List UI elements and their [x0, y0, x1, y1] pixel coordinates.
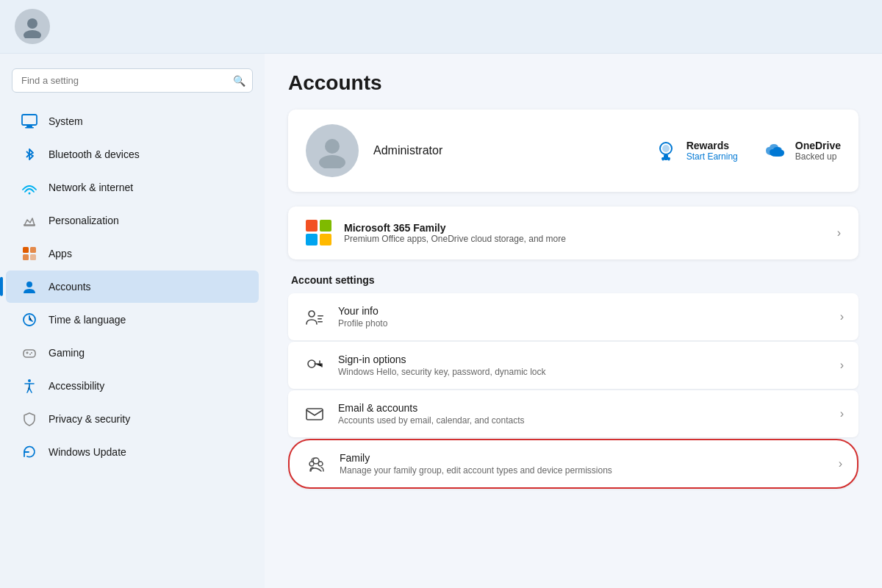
- page-title: Accounts: [288, 71, 858, 95]
- header: [0, 0, 882, 54]
- svg-point-31: [309, 462, 314, 466]
- sidebar-label-update: Windows Update: [49, 446, 126, 458]
- svg-point-10: [26, 282, 32, 287]
- sidebar: 🔍 System Bluetooth & devices: [0, 54, 265, 588]
- onedrive-icon: [761, 137, 788, 164]
- content-area: Accounts Administrator: [265, 54, 882, 588]
- family-chevron-icon: ›: [839, 457, 842, 470]
- svg-point-22: [662, 159, 664, 161]
- svg-point-5: [29, 193, 31, 195]
- user-icon: [21, 15, 44, 38]
- sidebar-item-accessibility[interactable]: Accessibility: [6, 370, 259, 402]
- signin-title: Sign-in options: [338, 354, 546, 365]
- email-text: Email & accounts Accounts used by email,…: [338, 402, 524, 426]
- sidebar-label-network: Network & internet: [49, 182, 133, 193]
- svg-rect-27: [318, 321, 323, 323]
- email-chevron-icon: ›: [840, 407, 844, 420]
- settings-list: Your info Profile photo › Sign-in option…: [288, 293, 858, 489]
- svg-rect-9: [30, 254, 36, 260]
- family-title: Family: [340, 452, 612, 464]
- signin-chevron-icon: ›: [840, 359, 844, 372]
- m365-card[interactable]: Microsoft 365 Family Premium Office apps…: [288, 207, 858, 259]
- svg-rect-12: [24, 350, 35, 357]
- svg-rect-4: [25, 127, 34, 129]
- account-settings-heading: Account settings: [288, 274, 858, 286]
- sidebar-item-update[interactable]: Windows Update: [6, 436, 259, 468]
- search-wrapper: 🔍: [12, 68, 253, 93]
- signin-icon: [303, 354, 326, 377]
- svg-rect-2: [22, 115, 37, 125]
- privacy-icon: [21, 410, 38, 428]
- system-icon: [21, 112, 38, 130]
- your-info-text: Your info Profile photo: [338, 305, 387, 329]
- settings-item-your-info[interactable]: Your info Profile photo ›: [288, 293, 858, 340]
- sidebar-item-bluetooth[interactable]: Bluetooth & devices: [6, 138, 259, 171]
- rewards-subtitle: Start Earning: [686, 151, 738, 162]
- gaming-icon: [21, 344, 38, 362]
- sidebar-item-time[interactable]: Time & language: [6, 304, 259, 336]
- bluetooth-icon: [21, 146, 38, 163]
- sidebar-label-system: System: [49, 115, 83, 127]
- sidebar-item-network[interactable]: Network & internet: [6, 171, 259, 204]
- svg-point-23: [667, 159, 670, 161]
- accounts-icon: [21, 278, 38, 295]
- sidebar-item-system[interactable]: System: [6, 105, 259, 137]
- svg-point-17: [319, 155, 345, 168]
- email-title: Email & accounts: [338, 402, 524, 414]
- svg-point-14: [29, 354, 31, 355]
- onedrive-item[interactable]: OneDrive Backed up: [761, 137, 841, 164]
- sidebar-label-gaming: Gaming: [49, 347, 85, 359]
- sidebar-label-accessibility: Accessibility: [49, 380, 104, 392]
- svg-rect-26: [318, 318, 322, 320]
- your-info-icon: [303, 305, 326, 329]
- svg-point-15: [28, 379, 31, 382]
- family-text: Family Manage your family group, edit ac…: [340, 452, 612, 476]
- sidebar-nav: System Bluetooth & devices Network & int…: [0, 105, 265, 468]
- svg-rect-8: [23, 254, 29, 260]
- sidebar-label-accounts: Accounts: [49, 281, 91, 293]
- onedrive-text: OneDrive Backed up: [795, 140, 841, 162]
- email-icon: [303, 402, 326, 426]
- sidebar-label-privacy: Privacy & security: [49, 413, 130, 425]
- apps-icon: [21, 245, 38, 262]
- sidebar-item-personalization[interactable]: Personalization: [6, 204, 259, 237]
- search-input[interactable]: [12, 68, 253, 93]
- svg-rect-6: [23, 247, 29, 253]
- settings-item-email[interactable]: Email & accounts Accounts used by email,…: [288, 390, 858, 437]
- network-icon: [21, 179, 38, 196]
- sidebar-item-apps[interactable]: Apps: [6, 237, 259, 270]
- rewards-item[interactable]: Rewards Start Earning: [653, 137, 738, 164]
- sidebar-label-time: Time & language: [49, 314, 126, 326]
- svg-point-0: [27, 18, 37, 29]
- family-subtitle: Manage your family group, edit account t…: [340, 465, 612, 476]
- m365-title: Microsoft 365 Family: [344, 222, 566, 234]
- main-layout: 🔍 System Bluetooth & devices: [0, 54, 882, 588]
- settings-item-family[interactable]: Family Manage your family group, edit ac…: [288, 439, 858, 489]
- your-info-subtitle: Profile photo: [338, 318, 387, 329]
- signin-text: Sign-in options Windows Hello, security …: [338, 354, 546, 377]
- m365-text: Microsoft 365 Family Premium Office apps…: [344, 222, 566, 244]
- profile-extras: Rewards Start Earning OneDrive Backe: [653, 137, 841, 164]
- signin-subtitle: Windows Hello, security key, password, d…: [338, 367, 546, 377]
- svg-point-1: [24, 30, 41, 38]
- sidebar-item-gaming[interactable]: Gaming: [6, 337, 259, 369]
- accessibility-icon: [21, 377, 38, 395]
- svg-point-32: [318, 462, 323, 466]
- svg-rect-29: [306, 409, 323, 420]
- m365-chevron-icon: ›: [837, 226, 841, 240]
- family-icon: [304, 452, 328, 476]
- time-icon: [21, 311, 38, 329]
- your-info-title: Your info: [338, 305, 387, 317]
- svg-point-16: [325, 139, 340, 154]
- email-subtitle: Accounts used by email, calendar, and co…: [338, 415, 524, 426]
- profile-card[interactable]: Administrator: [288, 110, 858, 192]
- sidebar-item-accounts[interactable]: Accounts: [6, 270, 259, 303]
- sidebar-label-personalization: Personalization: [49, 215, 119, 226]
- m365-subtitle: Premium Office apps, OneDrive cloud stor…: [344, 234, 566, 244]
- svg-rect-7: [30, 247, 36, 253]
- settings-item-signin[interactable]: Sign-in options Windows Hello, security …: [288, 342, 858, 389]
- sidebar-item-privacy[interactable]: Privacy & security: [6, 403, 259, 435]
- rewards-title: Rewards: [686, 140, 738, 151]
- rewards-text: Rewards Start Earning: [686, 140, 738, 162]
- profile-avatar: [306, 124, 359, 177]
